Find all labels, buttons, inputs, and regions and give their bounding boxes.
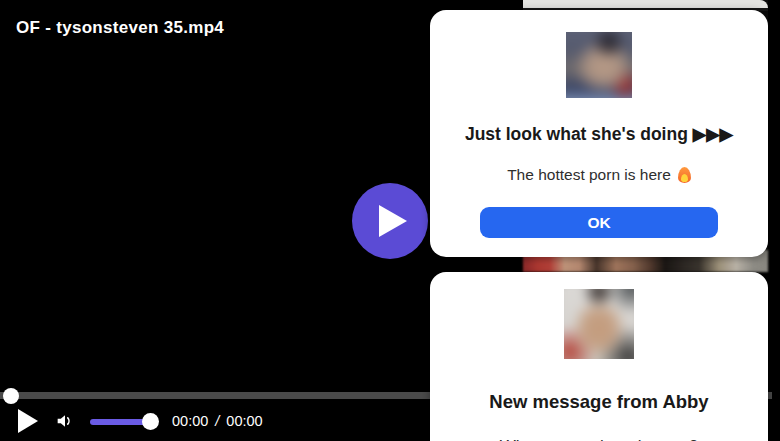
fire-icon bbox=[678, 167, 691, 183]
play-icon bbox=[379, 205, 407, 237]
video-title: OF - tysonsteven 35.mp4 bbox=[16, 18, 224, 38]
background-card-top bbox=[523, 0, 768, 8]
popup-ad-offer[interactable]: Just look what she's doing ▶▶▶ The hotte… bbox=[430, 10, 768, 257]
volume-icon bbox=[54, 410, 76, 432]
mute-button[interactable] bbox=[54, 409, 78, 433]
play-button[interactable] bbox=[18, 408, 40, 434]
time-separator: / bbox=[215, 413, 219, 429]
player-controls: 00:00 / 00:00 bbox=[0, 404, 430, 438]
message-subtext: Why are you ignoring me? bbox=[430, 437, 768, 441]
play-icon bbox=[18, 409, 38, 433]
volume-handle[interactable] bbox=[142, 413, 159, 430]
offer-heading: Just look what she's doing ▶▶▶ bbox=[430, 124, 768, 145]
video-player-page: OF - tysonsteven 35.mp4 00:00 / 00 bbox=[0, 0, 780, 441]
volume-slider[interactable] bbox=[90, 413, 158, 430]
blurred-photo-placeholder bbox=[566, 32, 632, 98]
offer-subtext: The hottest porn is here bbox=[430, 166, 768, 184]
ok-button[interactable]: OK bbox=[480, 207, 718, 238]
offer-subtext-label: The hottest porn is here bbox=[507, 166, 671, 184]
duration: 00:00 bbox=[226, 413, 262, 429]
blurred-photo-placeholder bbox=[564, 289, 634, 359]
current-time: 00:00 bbox=[172, 413, 208, 429]
popup-new-message[interactable]: New message from Abby Why are you ignori… bbox=[430, 272, 768, 441]
time-display: 00:00 / 00:00 bbox=[172, 413, 263, 429]
offer-thumbnail-image[interactable] bbox=[566, 32, 632, 98]
message-thumbnail-image[interactable] bbox=[564, 289, 634, 359]
seek-handle[interactable] bbox=[3, 388, 19, 404]
message-heading: New message from Abby bbox=[430, 391, 768, 413]
play-overlay-button[interactable] bbox=[352, 183, 428, 259]
